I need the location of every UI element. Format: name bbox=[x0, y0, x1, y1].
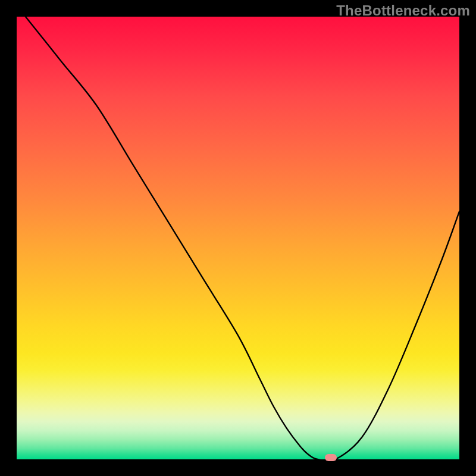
chart-frame bbox=[17, 17, 459, 459]
watermark-text: TheBottleneck.com bbox=[336, 2, 470, 19]
bottleneck-curve bbox=[17, 17, 459, 459]
optimal-point-marker bbox=[325, 454, 337, 461]
